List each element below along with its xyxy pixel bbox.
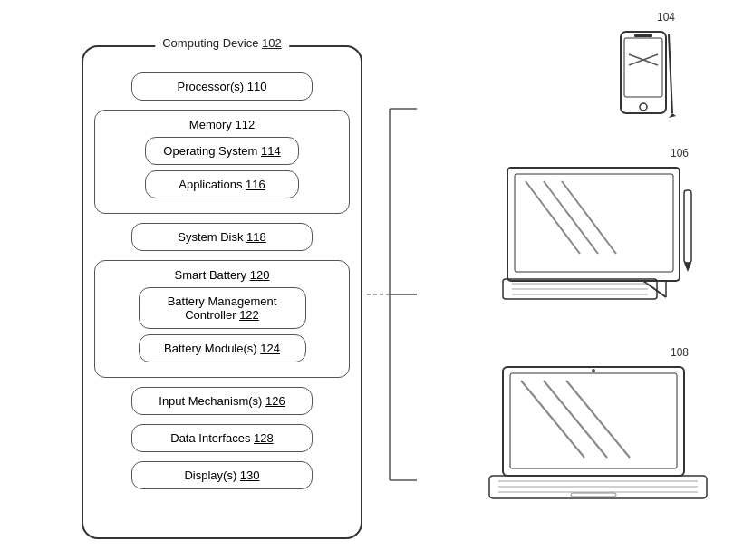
memory-title: Memory 112 [104,118,340,131]
svg-marker-8 [669,113,676,118]
os-id: 114 [261,144,281,158]
processor-box: Processor(s) 110 [131,72,313,101]
svg-rect-26 [503,367,684,476]
os-box: Operating System 114 [145,137,299,165]
processor-id: 110 [247,80,267,93]
memory-id: 112 [235,118,255,131]
connector-svg [367,54,439,535]
tablet-label: 106 [671,147,689,159]
svg-rect-5 [621,32,666,113]
smart-battery-group: Smart Battery 120 Battery ManagementCont… [94,260,350,378]
svg-rect-36 [571,493,616,497]
svg-point-11 [640,103,647,111]
computing-device-id: 102 [262,36,282,50]
laptop-label: 108 [671,346,689,359]
system-disk-box: System Disk 118 [131,223,313,251]
svg-point-31 [592,369,595,372]
laptop-illustration [485,362,720,507]
computing-device-box: Computing Device 102 Processor(s) 110 Me… [82,45,362,539]
tablet-device: 106 [498,163,716,311]
applications-id: 116 [246,178,265,191]
diagram-container: Computing Device 102 Processor(s) 110 Me… [27,18,743,560]
smart-battery-title: Smart Battery 120 [104,268,340,282]
svg-marker-25 [684,263,691,272]
smart-battery-id: 120 [250,268,270,282]
battery-module-box: Battery Module(s) 124 [139,334,306,362]
data-interfaces-box: Data Interfaces 128 [131,424,313,452]
svg-line-7 [669,34,672,113]
svg-rect-32 [489,476,707,498]
phone-label: 104 [657,11,675,24]
battery-management-id: 122 [239,308,259,322]
computing-device-title: Computing Device 102 [155,36,289,50]
data-interfaces-id: 128 [254,431,274,445]
laptop-device: 108 [485,362,720,510]
processor-label: Processor(s) 110 [178,80,267,93]
tablet-illustration [498,163,716,308]
input-mechanism-box: Input Mechanism(s) 126 [131,387,313,415]
svg-rect-12 [634,34,652,37]
system-disk-id: 118 [246,230,266,244]
memory-group: Memory 112 Operating System 114 Applicat… [94,110,350,214]
svg-rect-27 [510,373,677,468]
battery-module-id: 124 [260,342,280,355]
displays-box: Display(s) 130 [131,461,313,489]
applications-box: Applications 116 [145,170,299,198]
svg-rect-24 [684,190,691,263]
phone-illustration [607,27,680,136]
battery-management-box: Battery ManagementController 122 [139,287,306,329]
phone-device: 104 [607,27,680,139]
svg-rect-6 [624,38,662,97]
input-mechanism-id: 126 [265,394,285,408]
displays-id: 130 [240,468,260,482]
